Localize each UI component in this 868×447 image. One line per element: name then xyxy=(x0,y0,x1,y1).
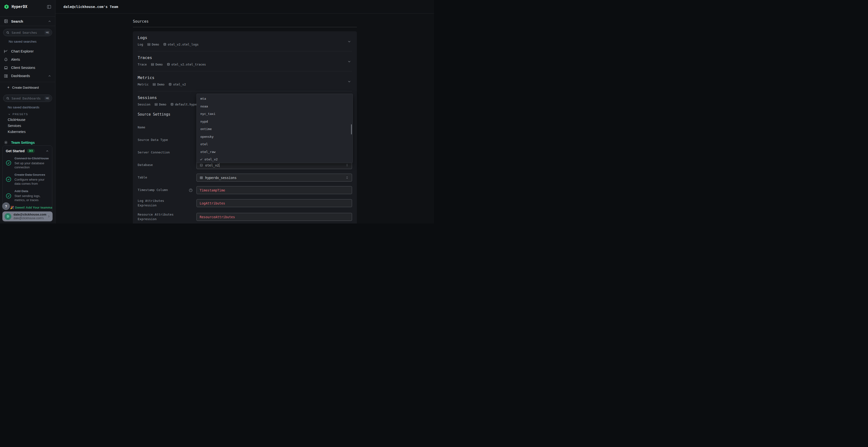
source-name: Logs xyxy=(138,35,352,40)
saved-dashboards-placeholder: Saved Dashboards xyxy=(11,97,44,100)
chevron-down-icon[interactable] xyxy=(347,79,351,83)
source-name: Traces xyxy=(138,56,352,60)
checklist-title: Create Data Sources xyxy=(14,173,49,177)
nav-label: Chart Explorer xyxy=(11,49,51,53)
sidebar: HyperDX Search Saved Searches ⌘K No save… xyxy=(0,0,56,224)
dropdown-option[interactable]: ontime xyxy=(197,125,352,133)
checklist-title: Connect to ClickHouse xyxy=(14,157,49,161)
shortcut-badge: ⌘K xyxy=(44,96,51,101)
sidebar-item-alerts[interactable]: Alerts xyxy=(0,56,55,64)
checklist-subtitle: Start sending logs, metrics, or traces xyxy=(14,194,49,202)
server-icon xyxy=(151,63,154,66)
field-label: Server Connection xyxy=(138,150,196,155)
sidebar-item-dashboards[interactable]: Dashboards xyxy=(0,72,55,80)
nav-label: Client Sessions xyxy=(11,66,51,70)
brand-name: HyperDX xyxy=(11,5,47,9)
plus-icon: + xyxy=(7,85,9,90)
chevron-down-icon[interactable] xyxy=(347,39,351,44)
gear-icon xyxy=(4,140,8,144)
preset-clickhouse[interactable]: ClickHouse xyxy=(0,118,55,122)
select-updown-icon[interactable] xyxy=(345,163,349,167)
help-button[interactable]: ? xyxy=(2,202,10,210)
source-table: otel_v2 xyxy=(173,82,186,86)
preset-services[interactable]: Services xyxy=(0,124,55,128)
table-icon xyxy=(199,176,203,179)
database-icon xyxy=(170,103,174,106)
chevron-down-icon[interactable] xyxy=(347,60,351,64)
source-table: otel_v2.otel_logs xyxy=(168,43,199,46)
source-connection: Demo xyxy=(159,103,166,106)
checklist-item-sources[interactable]: Create Data Sources Configure where your… xyxy=(6,173,49,186)
search-section-icon xyxy=(4,19,8,23)
sidebar-section-search[interactable]: Search xyxy=(0,16,55,26)
presets-toggle[interactable]: PRESETS xyxy=(8,113,55,115)
dropdown-option[interactable]: otel xyxy=(197,140,352,148)
chevron-up-icon[interactable] xyxy=(48,74,51,78)
magnifier-icon xyxy=(6,97,9,100)
create-dashboard-button[interactable]: + Create Dashboard xyxy=(0,83,55,92)
field-label: Database xyxy=(138,163,196,167)
dropdown-option-selected[interactable]: otel_v2 xyxy=(197,156,352,163)
nav-label: Dashboards xyxy=(11,74,48,78)
form-row-resource-attributes: Resource Attributes Expression ResourceA… xyxy=(138,212,352,221)
source-connection: Demo xyxy=(157,82,164,86)
source-section-traces: Traces Trace Demo otel_v2.otel_traces xyxy=(138,51,352,71)
get-started-title: Get Started xyxy=(6,149,25,153)
dropdown-option[interactable]: opensky xyxy=(197,133,352,141)
checklist-item-connect[interactable]: Connect to ClickHouse Set up your databa… xyxy=(6,157,49,169)
get-started-card: Get Started 3/3 Connect to ClickHouse Se… xyxy=(2,145,52,222)
preset-kubernetes[interactable]: Kubernetes xyxy=(0,130,55,134)
team-title: dale@clickhouse.com's Team xyxy=(63,5,118,9)
resource-attributes-input[interactable]: ResourceAttributes xyxy=(196,213,352,221)
avatar: D xyxy=(5,213,11,220)
field-label: Timestamp Column xyxy=(138,188,196,193)
team-settings-label: Team Settings xyxy=(11,141,35,144)
bell-icon xyxy=(4,58,8,62)
shortcut-badge: ⌘K xyxy=(44,30,51,35)
help-circle-icon[interactable] xyxy=(189,188,193,192)
table-select[interactable]: hyperdx_sessions xyxy=(196,174,352,182)
celebration-text: 🎉 Sweet! Add Your teammates xyxy=(6,206,49,209)
source-type: Metric xyxy=(138,82,149,86)
saved-dashboards-input[interactable]: Saved Dashboards ⌘K xyxy=(3,95,52,102)
logo-row: HyperDX xyxy=(0,0,55,13)
user-menu[interactable]: D dale@clickhouse.com dale@clickhouse.co… xyxy=(2,211,53,221)
check-icon xyxy=(199,158,203,161)
checklist-item-add-data[interactable]: Add Data Start sending logs, metrics, or… xyxy=(6,189,49,202)
dropdown-option[interactable]: nyc_taxi xyxy=(197,110,352,118)
create-dashboard-label: Create Dashboard xyxy=(12,86,38,89)
sidebar-item-chart-explorer[interactable]: Chart Explorer xyxy=(0,47,55,56)
sidebar-item-client-sessions[interactable]: Client Sessions xyxy=(0,64,55,72)
dropdown-option[interactable]: noaa xyxy=(197,103,352,110)
database-icon xyxy=(199,164,203,167)
check-circle-icon xyxy=(6,193,11,199)
no-saved-searches-note: No saved searches xyxy=(9,40,55,43)
chart-icon xyxy=(4,49,8,54)
get-started-header[interactable]: Get Started 3/3 xyxy=(6,149,49,153)
source-type: Trace xyxy=(138,63,147,66)
dropdown-scrollbar[interactable] xyxy=(351,124,352,134)
timestamp-column-value: TimestampTime xyxy=(199,188,225,192)
chevron-up-icon[interactable] xyxy=(45,149,49,153)
laptop-icon xyxy=(4,66,8,70)
server-icon xyxy=(147,43,151,46)
chevron-up-icon[interactable] xyxy=(48,20,51,23)
saved-searches-input[interactable]: Saved Searches ⌘K xyxy=(3,29,52,36)
database-value: otel_v2 xyxy=(205,163,219,167)
log-attributes-input[interactable]: LogAttributes xyxy=(196,199,352,207)
resource-attributes-value: ResourceAttributes xyxy=(199,215,235,219)
server-icon xyxy=(155,103,158,106)
magnifier-icon xyxy=(6,31,9,34)
source-table: otel_v2.otel_traces xyxy=(172,63,206,66)
dropdown-option[interactable]: otel_raw xyxy=(197,148,352,156)
dropdown-option[interactable]: mta xyxy=(197,95,352,103)
team-settings-link[interactable]: Team Settings xyxy=(0,140,55,144)
text-cursor xyxy=(219,163,220,167)
app-window: HyperDX Search Saved Searches ⌘K No save… xyxy=(0,0,434,224)
chevron-down-icon xyxy=(8,113,10,115)
table-value: hyperdx_sessions xyxy=(205,176,237,180)
dropdown-option[interactable]: nypd xyxy=(197,118,352,126)
sidebar-collapse-icon[interactable] xyxy=(47,5,51,9)
select-updown-icon[interactable] xyxy=(345,176,349,179)
timestamp-column-input[interactable]: TimestampTime xyxy=(196,186,352,194)
